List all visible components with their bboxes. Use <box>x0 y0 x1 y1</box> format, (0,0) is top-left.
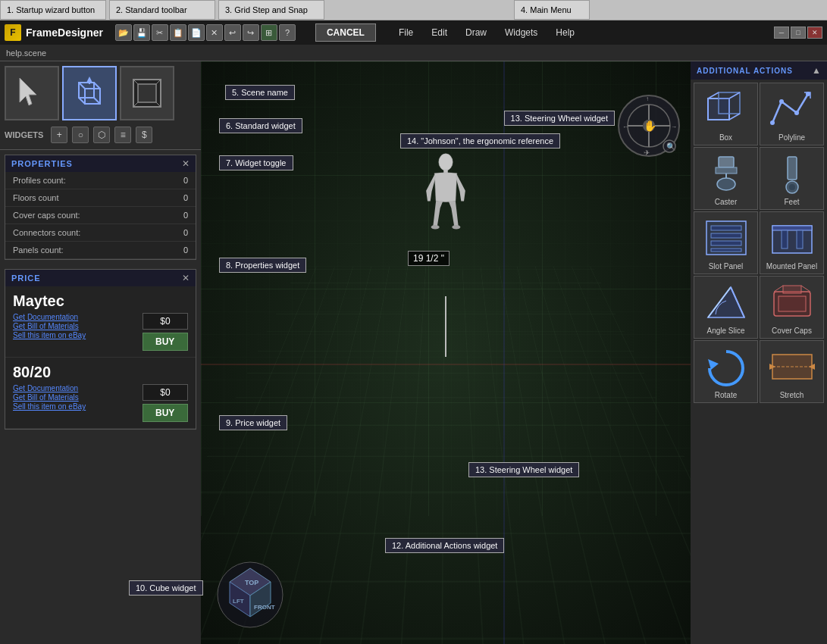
dimension-label: 19 1/2 " <box>408 251 450 266</box>
action-item-box[interactable]: Box <box>694 83 758 145</box>
cut-btn[interactable]: ✂ <box>152 24 168 41</box>
svg-line-49 <box>729 114 740 120</box>
callout-c14: 14. "Johnson", the ergonomic reference <box>400 133 560 148</box>
nav-cube-widget[interactable]: TOP LFT FRONT <box>216 561 284 629</box>
covercaps-value: 0 <box>183 211 188 220</box>
svg-point-52 <box>794 111 799 115</box>
maytec-ebay-link[interactable]: Sell this item on eBay <box>13 331 86 339</box>
toolbar-tools: 📂 💾 ✂ 📋 📄 ✕ ↩ ↪ ⊞ ? <box>115 24 296 41</box>
help-btn[interactable]: ? <box>279 24 296 41</box>
svg-line-6 <box>94 98 100 104</box>
arrow-widget[interactable] <box>5 66 59 120</box>
properties-fields: Profiles count: 0 Floors count 0 Cover c… <box>5 172 196 259</box>
actions-grid: Box Polyline Caster Feet <box>691 80 827 406</box>
action-item-slot-panel[interactable]: Slot Panel <box>694 211 758 274</box>
action-item-stretch[interactable]: Stretch <box>760 340 824 403</box>
dollar-widget-btn[interactable]: $ <box>136 127 152 143</box>
steering-wheel-widget[interactable]: ↑ ↓ ← → ✋ 🔍 ✈ <box>615 92 683 160</box>
undo-btn[interactable]: ↩ <box>224 24 241 41</box>
maytec-bom-link[interactable]: Get Bill of Materials <box>13 322 86 330</box>
svg-rect-58 <box>788 157 797 180</box>
grid-btn[interactable]: ⊞ <box>261 24 277 41</box>
8020-bom-link[interactable]: Get Bill of Materials <box>13 393 86 402</box>
maytec-buy-button[interactable]: BUY <box>143 333 188 351</box>
save-btn[interactable]: 💾 <box>133 24 150 41</box>
caster-label: Caster <box>715 198 737 206</box>
grid-step-label[interactable]: 3. Grid Step and Snap <box>218 0 324 20</box>
svg-line-5 <box>79 98 85 104</box>
svg-rect-10 <box>138 84 156 102</box>
rotate-label: Rotate <box>715 391 737 399</box>
callout-cube-widget: 10. Cube widget <box>129 580 203 596</box>
top-toolbar-strip: 1. Startup wizard button 2. Standard too… <box>0 0 827 20</box>
price-title: PRICE <box>11 274 41 283</box>
covercaps-label: Cover caps count: <box>13 211 80 220</box>
panels-label: Panels count: <box>13 245 64 255</box>
standard-toolbar-label[interactable]: 2. Standard toolbar <box>109 0 215 20</box>
svg-rect-54 <box>719 157 734 167</box>
callout-properties-widget: 8. Properties widget <box>219 258 306 273</box>
properties-panel: PROPERTIES ✕ Profiles count: 0 Floors co… <box>5 155 196 260</box>
list-widget-btn[interactable]: ≡ <box>114 127 131 143</box>
svg-rect-75 <box>783 286 801 293</box>
svg-line-4 <box>94 83 100 89</box>
maytec-docs-link[interactable]: Get Documentation <box>13 313 86 321</box>
8020-buy-button[interactable]: BUY <box>143 404 188 422</box>
action-item-mounted-panel[interactable]: Mounted Panel <box>760 211 824 274</box>
left-panel: WIDGETS + ○ ⬡ ≡ $ PROPERTIES ✕ Profiles … <box>0 61 201 644</box>
cover-caps-label: Cover Caps <box>772 327 812 335</box>
cover-caps-icon <box>766 280 818 325</box>
startup-wizard-label[interactable]: 1. Startup wizard button <box>0 0 106 20</box>
box-widget-btn[interactable]: ⬡ <box>93 127 110 143</box>
8020-ebay-link[interactable]: Sell this item on eBay <box>13 402 86 411</box>
cancel-button[interactable]: CANCEL <box>315 23 376 42</box>
action-item-feet[interactable]: Feet <box>760 147 824 210</box>
additional-collapse-btn[interactable]: ▲ <box>812 65 821 76</box>
price-close-btn[interactable]: ✕ <box>182 273 190 283</box>
action-item-angle-slice[interactable]: Angle Slice <box>694 276 758 339</box>
price-header: PRICE ✕ <box>5 270 196 286</box>
feet-label: Feet <box>784 198 799 206</box>
callout-c11: 12. Additional Actions widget <box>385 538 504 553</box>
viewport[interactable]: 19 1/2 " ↑ ↓ ← → <box>201 61 691 644</box>
circle-widget-btn[interactable]: ○ <box>72 127 89 143</box>
paste-btn[interactable]: 📄 <box>188 24 205 41</box>
floors-label: Floors count <box>13 193 59 202</box>
menu-help[interactable]: Help <box>553 26 578 39</box>
minimize-button[interactable]: ─ <box>774 27 789 39</box>
main-menu-label[interactable]: 4. Main Menu <box>514 0 590 20</box>
add-widget-btn[interactable]: + <box>51 127 67 143</box>
action-item-cover-caps[interactable]: Cover Caps <box>760 276 824 339</box>
menu-widgets[interactable]: Widgets <box>502 26 540 39</box>
svg-line-76 <box>774 286 783 292</box>
svg-rect-65 <box>711 249 741 252</box>
properties-close-btn[interactable]: ✕ <box>182 158 190 169</box>
properties-title: PROPERTIES <box>11 159 73 168</box>
profile-widget[interactable] <box>120 66 174 120</box>
widgets-label: WIDGETS <box>5 130 43 139</box>
copy-btn[interactable]: 📋 <box>170 24 186 41</box>
maytec-links: Get Documentation Get Bill of Materials … <box>13 313 86 340</box>
svg-text:TOP: TOP <box>245 579 258 586</box>
angle-slice-label: Angle Slice <box>706 327 744 335</box>
redo-btn[interactable]: ↪ <box>243 24 259 41</box>
prop-row-connectors: Connectors count: 0 <box>5 224 196 242</box>
menu-edit[interactable]: Edit <box>428 26 450 39</box>
8020-docs-link[interactable]: Get Documentation <box>13 384 86 392</box>
standard-widget[interactable] <box>62 66 117 120</box>
prop-row-profiles: Profiles count: 0 <box>5 172 196 189</box>
svg-rect-69 <box>797 230 803 249</box>
menu-draw[interactable]: Draw <box>462 26 490 39</box>
action-item-rotate[interactable]: Rotate <box>694 340 758 403</box>
close-button[interactable]: ✕ <box>807 27 822 39</box>
action-item-caster[interactable]: Caster <box>694 147 758 210</box>
maximize-button[interactable]: □ <box>791 27 806 39</box>
svg-rect-62 <box>711 226 741 230</box>
maytec-actions: $0 BUY <box>143 313 188 351</box>
menu-file[interactable]: File <box>396 26 416 39</box>
open-btn[interactable]: 📂 <box>115 24 132 41</box>
vertical-pole <box>445 296 446 357</box>
connectors-value: 0 <box>183 228 188 237</box>
action-item-polyline[interactable]: Polyline <box>760 83 824 145</box>
delete-btn[interactable]: ✕ <box>206 24 223 41</box>
